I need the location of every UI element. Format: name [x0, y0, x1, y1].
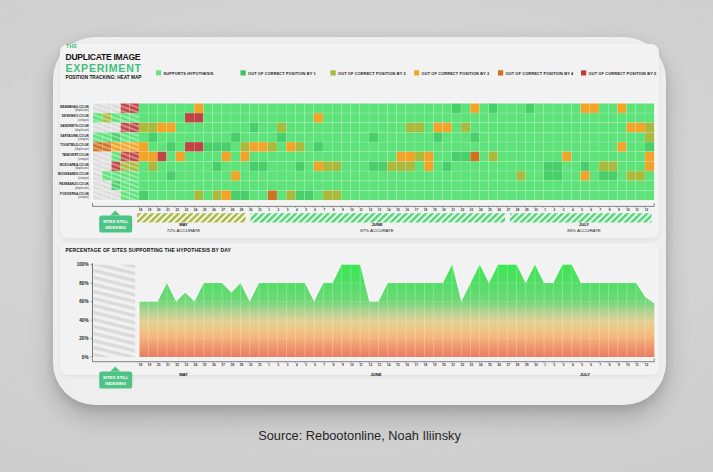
svg-text:20: 20: [157, 208, 161, 212]
svg-text:2: 2: [278, 363, 280, 367]
svg-text:6: 6: [314, 208, 316, 212]
svg-text:18: 18: [139, 208, 143, 212]
svg-text:1: 1: [544, 363, 546, 367]
svg-text:DUPLICATE IMAGE: DUPLICATE IMAGE: [66, 52, 141, 62]
svg-text:27: 27: [221, 208, 225, 212]
svg-text:(duplicate): (duplicate): [75, 147, 89, 151]
svg-text:25: 25: [488, 363, 492, 367]
svg-text:15: 15: [396, 363, 400, 367]
svg-text:29: 29: [525, 208, 529, 212]
svg-text:8: 8: [609, 208, 611, 212]
svg-text:16: 16: [405, 208, 409, 212]
svg-text:30: 30: [534, 208, 538, 212]
svg-text:72% ACCURATE: 72% ACCURATE: [167, 228, 201, 233]
svg-text:87% ACCURATE: 87% ACCURATE: [360, 228, 394, 233]
svg-text:20: 20: [442, 208, 446, 212]
svg-text:19: 19: [433, 363, 437, 367]
svg-text:4: 4: [572, 363, 574, 367]
svg-text:21: 21: [166, 208, 170, 212]
svg-text:22: 22: [461, 208, 465, 212]
svg-text:7: 7: [324, 208, 326, 212]
svg-text:11: 11: [360, 208, 364, 212]
svg-text:12: 12: [369, 363, 373, 367]
svg-text:11: 11: [636, 208, 640, 212]
svg-text:7: 7: [600, 363, 602, 367]
svg-text:JUNE: JUNE: [372, 222, 383, 227]
svg-text:20%: 20%: [79, 336, 88, 341]
svg-text:23: 23: [185, 208, 189, 212]
svg-text:24: 24: [479, 363, 483, 367]
svg-text:27: 27: [221, 363, 225, 367]
svg-text:25: 25: [488, 208, 492, 212]
svg-text:OUT OF CORRECT POSITION BY 1: OUT OF CORRECT POSITION BY 1: [248, 71, 316, 76]
svg-text:26: 26: [497, 208, 501, 212]
svg-text:7: 7: [324, 363, 326, 367]
svg-text:31: 31: [258, 363, 262, 367]
svg-text:17: 17: [415, 208, 419, 212]
svg-text:9: 9: [342, 363, 344, 367]
svg-text:3: 3: [287, 208, 289, 212]
svg-text:30: 30: [249, 363, 253, 367]
svg-text:21: 21: [451, 363, 455, 367]
svg-text:OUT OF CORRECT POSITION BY 2: OUT OF CORRECT POSITION BY 2: [338, 71, 406, 76]
svg-text:28: 28: [516, 208, 520, 212]
svg-text:9: 9: [342, 208, 344, 212]
svg-text:85% ACCURATE: 85% ACCURATE: [567, 228, 601, 233]
svg-text:10: 10: [626, 208, 630, 212]
svg-text:18: 18: [424, 208, 428, 212]
svg-text:SITES STILL: SITES STILL: [103, 375, 129, 380]
svg-text:40%: 40%: [79, 318, 88, 323]
svg-text:0%: 0%: [82, 355, 89, 360]
svg-text:12: 12: [369, 208, 373, 212]
svg-text:6: 6: [590, 363, 592, 367]
svg-text:8: 8: [333, 363, 335, 367]
svg-text:12: 12: [645, 208, 649, 212]
svg-text:22: 22: [175, 363, 179, 367]
svg-text:(unique): (unique): [78, 176, 89, 180]
svg-text:MAY: MAY: [179, 222, 188, 227]
svg-text:30: 30: [534, 363, 538, 367]
svg-text:10: 10: [626, 363, 630, 367]
svg-text:24: 24: [194, 208, 198, 212]
svg-text:1: 1: [268, 363, 270, 367]
svg-text:23: 23: [185, 363, 189, 367]
svg-text:SITES STILL: SITES STILL: [103, 219, 129, 224]
svg-text:1: 1: [544, 208, 546, 212]
svg-text:3: 3: [287, 363, 289, 367]
svg-text:INDEXING: INDEXING: [105, 381, 126, 386]
svg-text:17: 17: [415, 363, 419, 367]
svg-text:10: 10: [350, 208, 354, 212]
svg-text:POSITION TRACKING: HEAT MAP: POSITION TRACKING: HEAT MAP: [66, 75, 142, 80]
svg-text:24: 24: [479, 208, 483, 212]
svg-text:16: 16: [405, 363, 409, 367]
svg-text:2: 2: [278, 208, 280, 212]
svg-text:(duplicate): (duplicate): [75, 166, 89, 170]
svg-text:5: 5: [305, 208, 307, 212]
svg-text:SUPPORTS HYPOTHESIS: SUPPORTS HYPOTHESIS: [164, 71, 214, 76]
svg-text:21: 21: [166, 363, 170, 367]
svg-text:INDEXING: INDEXING: [105, 225, 126, 230]
svg-text:6: 6: [590, 208, 592, 212]
svg-text:(unique): (unique): [78, 195, 89, 199]
svg-text:18: 18: [139, 363, 143, 367]
svg-text:2: 2: [554, 208, 556, 212]
svg-text:12: 12: [645, 363, 649, 367]
svg-text:4: 4: [296, 363, 298, 367]
svg-text:27: 27: [507, 208, 511, 212]
svg-text:80%: 80%: [79, 281, 88, 286]
svg-text:THE: THE: [66, 43, 78, 49]
svg-text:(duplicate): (duplicate): [75, 128, 89, 132]
svg-text:EXPERIMENT: EXPERIMENT: [66, 62, 142, 74]
svg-text:19: 19: [148, 208, 152, 212]
svg-text:19: 19: [433, 208, 437, 212]
svg-text:MAY: MAY: [179, 372, 188, 377]
svg-text:2: 2: [554, 363, 556, 367]
svg-text:18: 18: [424, 363, 428, 367]
svg-text:1: 1: [268, 208, 270, 212]
svg-text:8: 8: [609, 363, 611, 367]
svg-text:26: 26: [497, 363, 501, 367]
svg-text:31: 31: [258, 208, 262, 212]
svg-text:25: 25: [203, 208, 207, 212]
svg-text:29: 29: [240, 208, 244, 212]
svg-text:7: 7: [600, 208, 602, 212]
